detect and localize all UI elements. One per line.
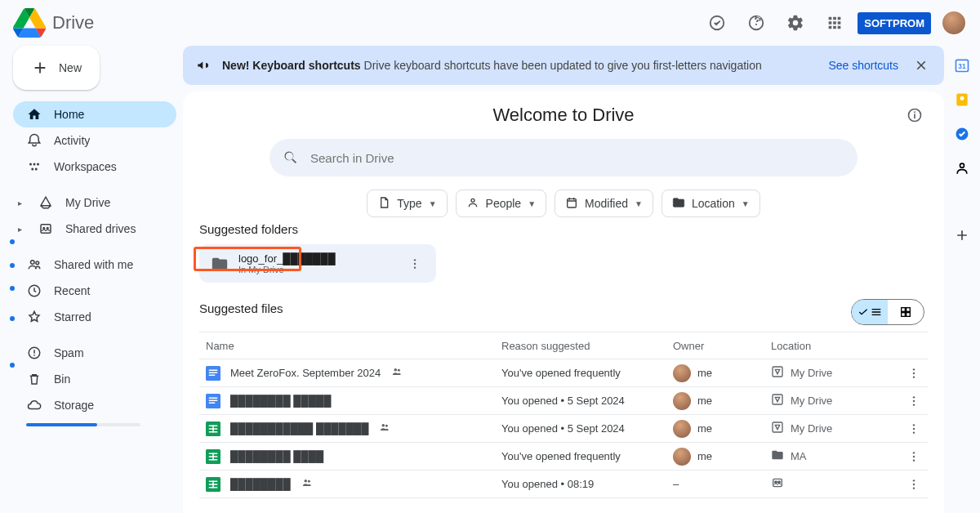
- svg-rect-38: [209, 402, 216, 404]
- sidebar-item-label: Recent: [54, 284, 90, 297]
- people-icon: [26, 257, 42, 272]
- sidebar-item-bin[interactable]: Bin: [13, 366, 176, 392]
- chevron-down-icon: ▼: [429, 199, 437, 208]
- grid-view-button[interactable]: [888, 300, 924, 324]
- calendar-app-icon[interactable]: 31: [952, 56, 972, 75]
- row-more-icon[interactable]: [902, 450, 926, 463]
- col-owner: Owner: [673, 340, 771, 352]
- owner-avatar: [673, 420, 691, 438]
- add-app-icon[interactable]: [952, 225, 972, 245]
- search-box[interactable]: [270, 139, 858, 176]
- chevron-right-icon: ▸: [18, 225, 26, 234]
- list-view-button[interactable]: [852, 300, 888, 324]
- cell-owner: me: [673, 448, 771, 466]
- sidebar-item-storage[interactable]: Storage: [13, 392, 176, 418]
- chevron-down-icon: ▼: [742, 199, 750, 208]
- svg-text:31: 31: [958, 62, 966, 70]
- sidebar-item-starred[interactable]: Starred: [13, 304, 176, 330]
- close-icon[interactable]: [911, 56, 931, 75]
- row-more-icon[interactable]: [902, 478, 926, 491]
- chevron-down-icon: ▼: [528, 199, 536, 208]
- svg-rect-50: [212, 453, 214, 460]
- sidebar-item-mydrive[interactable]: ▸ My Drive: [13, 190, 176, 216]
- folder-name: logo_for_███████: [238, 252, 336, 265]
- table-row[interactable]: ████████You opened • 08:19–: [199, 471, 928, 498]
- new-button-label: New: [59, 61, 82, 74]
- table-row[interactable]: ████████ █████You opened • 5 Sept 2024me…: [199, 387, 928, 415]
- cell-name: ████████ █████: [199, 394, 501, 408]
- sidebar-item-label: Storage: [54, 399, 94, 412]
- chip-modified[interactable]: Modified▼: [555, 190, 653, 217]
- brand-chip: SOFTPROM: [858, 12, 931, 34]
- app-name: Drive: [52, 12, 94, 33]
- contacts-app-icon[interactable]: [952, 158, 972, 178]
- sidebar-item-label: Activity: [54, 134, 90, 147]
- chip-type[interactable]: Type▼: [367, 190, 447, 217]
- cell-reason: You opened • 08:19: [501, 478, 673, 490]
- col-name: Name: [199, 340, 501, 352]
- cell-location: MA: [771, 448, 902, 464]
- chip-location[interactable]: Location▼: [662, 190, 760, 217]
- cell-owner: me: [673, 392, 771, 410]
- table-row[interactable]: Meet ZeroFox. September 2024You've opene…: [199, 359, 928, 387]
- chevron-right-icon: ▸: [18, 199, 26, 207]
- sidebar-item-sharedwithme[interactable]: Shared with me: [13, 252, 176, 278]
- info-icon[interactable]: [905, 105, 924, 125]
- banner-link[interactable]: See shortcuts: [828, 59, 898, 72]
- cell-reason: You opened • 5 Sept 2024: [501, 395, 673, 407]
- settings-gear-icon[interactable]: [779, 7, 812, 39]
- sidebar-item-label: Shared with me: [54, 258, 133, 271]
- row-more-icon[interactable]: [902, 422, 926, 435]
- calendar-icon: [565, 196, 578, 212]
- chip-label: Type: [397, 197, 421, 210]
- sidebar-item-label: Bin: [54, 372, 70, 386]
- help-icon[interactable]: [740, 7, 773, 39]
- shareddrive-icon: [38, 221, 54, 236]
- content: Welcome to Drive Type▼ People▼ Modified▼…: [183, 91, 944, 513]
- shared-folder-icon: [211, 255, 229, 273]
- logo-wrap[interactable]: Drive: [13, 7, 94, 39]
- sidebar-item-spam[interactable]: Spam: [13, 340, 176, 366]
- row-more-icon[interactable]: [902, 367, 926, 380]
- svg-rect-36: [209, 397, 218, 399]
- row-more-icon[interactable]: [902, 395, 926, 408]
- cell-location: [771, 476, 902, 492]
- star-icon: [26, 310, 42, 324]
- cell-location: My Drive: [771, 365, 902, 381]
- sidebar-item-home[interactable]: Home: [13, 101, 176, 127]
- shared-icon: [390, 366, 403, 380]
- ready-offline-icon[interactable]: [701, 7, 733, 39]
- sidebar-item-activity[interactable]: Activity: [13, 127, 176, 154]
- cloud-icon: [26, 398, 42, 413]
- svg-rect-39: [773, 395, 782, 404]
- shared-icon: [301, 477, 314, 491]
- plus-icon: [31, 59, 49, 77]
- cell-owner: me: [673, 420, 771, 438]
- cell-owner: –: [673, 478, 771, 490]
- cell-owner: me: [673, 364, 771, 382]
- tasks-app-icon[interactable]: [952, 124, 972, 144]
- main: New! Keyboard shortcuts Drive keyboard s…: [183, 46, 944, 513]
- chip-label: People: [486, 197, 522, 210]
- sidebar-item-recent[interactable]: Recent: [13, 278, 176, 304]
- folder-card[interactable]: logo_for_███████ In My Drive: [199, 244, 436, 283]
- cell-name: Meet ZeroFox. September 2024: [199, 366, 501, 381]
- table-row[interactable]: ███████████ ███████You opened • 5 Sept 2…: [199, 415, 928, 443]
- chip-people[interactable]: People▼: [456, 190, 547, 217]
- cell-location: My Drive: [771, 393, 902, 408]
- header-actions: SOFTPROM: [701, 7, 967, 39]
- user-avatar[interactable]: [941, 10, 967, 36]
- sidebar-item-workspaces[interactable]: Workspaces: [13, 154, 176, 180]
- more-icon[interactable]: [405, 257, 425, 270]
- svg-rect-45: [773, 422, 782, 432]
- drive-logo-icon: [13, 7, 46, 39]
- owner-avatar: [673, 364, 691, 382]
- search-input[interactable]: [310, 151, 844, 165]
- sidebar-item-shareddrives[interactable]: ▸ Shared drives: [13, 216, 176, 242]
- table-row[interactable]: ████████ ████You've opened frequentlymeM…: [199, 443, 928, 471]
- new-button[interactable]: New: [13, 46, 100, 90]
- svg-rect-37: [209, 399, 218, 401]
- keep-app-icon[interactable]: [952, 90, 972, 109]
- col-location: Location: [771, 340, 902, 352]
- apps-grid-icon[interactable]: [818, 7, 851, 39]
